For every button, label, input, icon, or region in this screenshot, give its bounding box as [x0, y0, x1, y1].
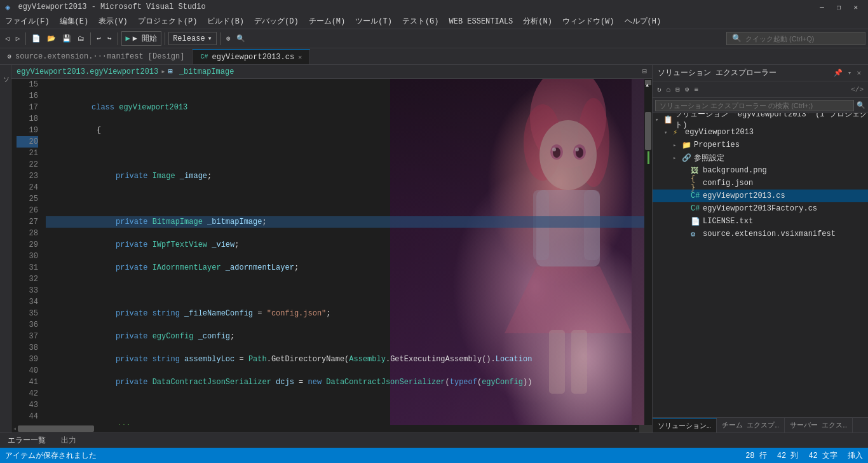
code-line: private string _fileNameConfig = "config… [46, 308, 644, 319]
toolbar-redo-btn[interactable]: ↪ [105, 33, 114, 44]
tab-cs-file[interactable]: C# egyViewport2013.cs ✕ [193, 49, 310, 64]
menu-debug[interactable]: デバッグ(D) [249, 14, 304, 29]
quick-launch-icon: 🔍 [732, 34, 742, 43]
code-text[interactable]: class egyViewport2013 { private Image _i… [43, 79, 644, 425]
status-col[interactable]: 42 列 [777, 450, 799, 461]
code-editor[interactable]: class egyViewport2013 { private Image _i… [43, 79, 644, 425]
factory-cs-label: egyViewport2013Factory.cs [703, 204, 817, 213]
change-indicator [648, 151, 649, 164]
vscroll-thumb[interactable] [645, 112, 651, 150]
run-button[interactable]: ▶ ▶ 開始 [121, 31, 162, 46]
status-row[interactable]: 28 行 [745, 450, 767, 461]
se-tab-team[interactable]: チーム エクスプ… [717, 418, 785, 432]
toolbar-saveall-btn[interactable]: 🗂 [75, 33, 87, 44]
menu-window[interactable]: ウィンドウ(W) [557, 14, 620, 29]
menu-analyze[interactable]: 分析(N) [518, 14, 557, 29]
vscroll-up-arrow[interactable]: ▴ [645, 80, 651, 85]
menu-view[interactable]: 表示(V) [93, 14, 133, 29]
se-toolbar-home[interactable]: ⌂ [665, 85, 673, 95]
menu-edit[interactable]: 編集(E) [55, 14, 94, 29]
menu-file[interactable]: ファイル(F) [0, 14, 55, 29]
app-title: egyViewport2013 - Microsoft Visual Studi… [18, 3, 205, 11]
menu-tools[interactable]: ツール(T) [350, 14, 397, 29]
se-toolbar-settings[interactable]: ⚙ [683, 84, 691, 95]
menu-build[interactable]: ビルド(B) [202, 14, 249, 29]
se-dropdown-icon[interactable]: ▾ [846, 68, 854, 78]
menu-web-essentials[interactable]: WEB ESSENTIALS [444, 14, 518, 29]
breadcrumb-bar: egyViewport2013.egyViewport2013 ▸ ⊞ _bit… [11, 65, 652, 79]
tree-manifest-file[interactable]: ⚙ source.extension.vsixmanifest [653, 228, 868, 240]
code-line: private IAdornmentLayer _adornmentLayer; [46, 262, 644, 273]
tree-references[interactable]: ▸ 🔗 参照設定 [653, 151, 868, 164]
hscroll-thumb[interactable] [18, 425, 94, 432]
chevron-down-icon: ▾ [208, 34, 212, 43]
se-tab-solution[interactable]: ソリューション… [653, 418, 717, 432]
se-search-icon[interactable]: 🔍 [857, 101, 865, 109]
tree-cs-file[interactable]: C# egyViewport2013.cs [653, 190, 868, 202]
se-toolbar-refresh[interactable]: ↻ [655, 84, 663, 95]
project-label: egyViewport2013 [685, 128, 754, 137]
toolbar-forward-btn[interactable]: ▷ [13, 33, 23, 44]
tab-close-icon[interactable]: ✕ [298, 53, 302, 61]
tree-license-txt[interactable]: 📄 LICENSE.txt [653, 215, 868, 228]
tree-config-json[interactable]: { } config.json [653, 177, 868, 190]
se-header: ソリューション エクスプローラー 📌 ▾ ✕ [653, 65, 868, 81]
se-pin-icon[interactable]: 📌 [832, 68, 844, 78]
editor-container: egyViewport2013.egyViewport2013 ▸ ⊞ _bit… [11, 65, 652, 432]
run-label: ▶ 開始 [133, 33, 157, 44]
se-close-icon[interactable]: ✕ [855, 68, 863, 78]
menu-team[interactable]: チーム(M) [304, 14, 351, 29]
editor-vscrollbar[interactable]: ▴ [644, 79, 652, 425]
hscrollbar-track[interactable] [18, 425, 633, 432]
breadcrumb-method-label[interactable]: _bitmapImage [179, 67, 234, 76]
code-line: private IWpfTextView _view; [46, 239, 644, 251]
toolbar-back-btn[interactable]: ◁ [3, 33, 12, 44]
se-toolbar: ↻ ⌂ ⊟ ⚙ ≡ </> [653, 81, 868, 98]
code-line [46, 399, 644, 411]
server-explorer-icon[interactable]: ソ [0, 71, 11, 81]
breadcrumb-class[interactable]: egyViewport2013.egyViewport2013 [17, 67, 158, 76]
menu-help[interactable]: ヘルプ(H) [620, 14, 667, 29]
se-toolbar-expand[interactable]: ≡ [692, 85, 700, 95]
hscroll-left-arrow[interactable]: ◂ [11, 425, 18, 432]
minimize-button[interactable]: — [815, 2, 829, 13]
expand-solution-icon: ▾ [655, 116, 663, 123]
references-label: 参照設定 [694, 153, 724, 163]
bottom-tab-output[interactable]: 出力 [58, 434, 79, 447]
left-gutter: ソ [0, 65, 11, 432]
toolbar-undo-btn[interactable]: ↩ [94, 33, 104, 44]
cs-file-label: egyViewport2013.cs [703, 191, 785, 200]
maximize-button[interactable]: ❐ [832, 2, 846, 13]
json-file-icon: { } [691, 174, 701, 192]
toolbar-misc-1[interactable]: ⚙ [224, 33, 233, 44]
toolbar-misc-2[interactable]: 🔍 [234, 33, 248, 44]
expand-references-icon: ▸ [673, 155, 682, 162]
tab-manifest-label: source.extension.···manifest [Design] [15, 52, 184, 61]
toolbar-sep-5 [220, 32, 220, 45]
se-toolbar-filter[interactable]: ⊟ [674, 84, 682, 95]
tab-manifest[interactable]: ⚙ source.extension.···manifest [Design] [0, 49, 193, 64]
se-toolbar-code-view[interactable]: </> [849, 85, 865, 95]
tree-properties[interactable]: ▸ 📁 Properties [653, 139, 868, 151]
status-chars[interactable]: 42 文字 [808, 450, 837, 461]
status-message: アイテムが保存されました [5, 450, 97, 461]
toolbar-save-btn[interactable]: 💾 [60, 33, 74, 44]
menu-project[interactable]: プロジェクト(P) [133, 14, 203, 29]
menu-test[interactable]: テスト(G) [397, 14, 444, 29]
status-mode[interactable]: 挿入 [848, 450, 863, 461]
collapse-icon[interactable]: ⊟ [642, 67, 647, 76]
se-search-input[interactable] [655, 100, 854, 111]
cs-file-icon-tree: C# [691, 191, 701, 200]
configuration-dropdown[interactable]: Release ▾ [168, 32, 217, 45]
hscroll-right-arrow[interactable]: ▸ [633, 425, 639, 432]
tree-background-png[interactable]: 🖼 background.png [653, 164, 868, 177]
close-button[interactable]: ✕ [848, 2, 863, 13]
bottom-tab-errors[interactable]: エラー一覧 [5, 434, 48, 447]
se-tab-server[interactable]: サーバー エクス… [785, 418, 853, 432]
tree-factory-cs[interactable]: C# egyViewport2013Factory.cs [653, 202, 868, 215]
toolbar-new-btn[interactable]: 📄 [29, 33, 43, 44]
tree-solution[interactable]: ▾ 📋 ソリューション 'egyViewport2013' (1 プロジェクト) [653, 113, 868, 126]
expand-properties-icon: ▸ [673, 142, 682, 149]
quick-launch-input[interactable] [745, 35, 860, 43]
toolbar-open-btn[interactable]: 📂 [44, 33, 58, 44]
